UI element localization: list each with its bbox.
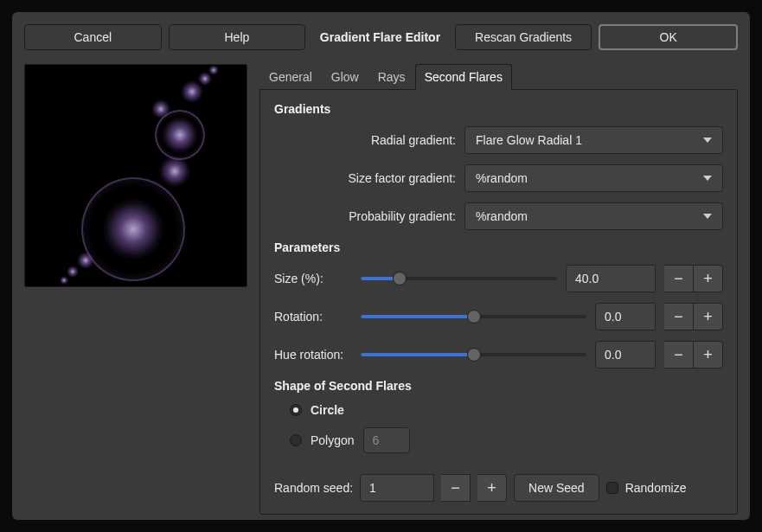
tabs: General Glow Rays Second Flares bbox=[259, 64, 738, 90]
tab-glow[interactable]: Glow bbox=[322, 64, 368, 90]
preview-canvas bbox=[24, 64, 247, 287]
slider-thumb[interactable] bbox=[393, 272, 407, 285]
chevron-down-icon bbox=[703, 214, 712, 219]
radial-gradient-dropdown[interactable]: Flare Glow Radial 1 bbox=[464, 126, 723, 154]
size-gradient-dropdown[interactable]: %random bbox=[464, 164, 723, 192]
tab-rays[interactable]: Rays bbox=[368, 64, 415, 90]
hue-label: Hue rotation: bbox=[274, 348, 352, 362]
slider-thumb[interactable] bbox=[467, 310, 481, 324]
size-row: Size (%): 40.0 − + bbox=[274, 265, 723, 292]
size-gradient-value: %random bbox=[476, 171, 528, 185]
increment-button[interactable]: + bbox=[694, 265, 723, 292]
hue-value-input[interactable]: 0.0 bbox=[595, 341, 656, 369]
page-title: Gradient Flare Editor bbox=[312, 24, 448, 50]
hue-slider[interactable] bbox=[361, 347, 586, 362]
rotation-spin: − + bbox=[664, 303, 723, 330]
tab-general[interactable]: General bbox=[259, 64, 322, 90]
tab-body: Gradients Radial gradient: Flare Glow Ra… bbox=[259, 89, 738, 515]
prob-gradient-label: Probability gradient: bbox=[274, 209, 456, 223]
decrement-button[interactable]: − bbox=[664, 303, 694, 330]
decrement-button[interactable]: − bbox=[664, 265, 694, 292]
radio-icon[interactable] bbox=[290, 404, 302, 416]
prob-gradient-row: Probability gradient: %random bbox=[274, 202, 723, 230]
randomize-checkbox[interactable] bbox=[606, 482, 618, 494]
decrement-button[interactable]: − bbox=[664, 341, 694, 369]
gradients-heading: Gradients bbox=[274, 102, 723, 116]
rotation-row: Rotation: 0.0 − + bbox=[274, 303, 723, 330]
shape-heading: Shape of Second Flares bbox=[274, 379, 723, 393]
hue-spin: − + bbox=[664, 341, 723, 369]
rotation-label: Rotation: bbox=[274, 310, 352, 324]
dialog-body: General Glow Rays Second Flares Gradient… bbox=[24, 64, 738, 508]
new-seed-button[interactable]: New Seed bbox=[514, 474, 599, 502]
help-button[interactable]: Help bbox=[169, 24, 306, 50]
hue-row: Hue rotation: 0.0 − + bbox=[274, 341, 723, 369]
ok-label: OK bbox=[660, 30, 677, 44]
radial-gradient-row: Radial gradient: Flare Glow Radial 1 bbox=[274, 126, 723, 154]
seed-input[interactable]: 1 bbox=[360, 474, 434, 502]
size-value-input[interactable]: 40.0 bbox=[566, 265, 656, 292]
cancel-label: Cancel bbox=[74, 30, 112, 44]
parameters-heading: Parameters bbox=[274, 240, 723, 254]
header-button-row: Cancel Help Gradient Flare Editor Rescan… bbox=[24, 24, 738, 50]
increment-button[interactable]: + bbox=[694, 303, 723, 330]
increment-button[interactable]: + bbox=[694, 341, 723, 369]
chevron-down-icon bbox=[703, 138, 712, 143]
dialog: Cancel Help Gradient Flare Editor Rescan… bbox=[12, 12, 750, 520]
randomize-label: Randomize bbox=[625, 481, 687, 495]
decrement-button[interactable]: − bbox=[441, 474, 471, 502]
shape-circle-label: Circle bbox=[311, 403, 344, 417]
radial-gradient-value: Flare Glow Radial 1 bbox=[476, 133, 582, 147]
size-gradient-row: Size factor gradient: %random bbox=[274, 164, 723, 192]
seed-label: Random seed: bbox=[274, 481, 353, 495]
seed-row: Random seed: 1 − + New Seed Randomize bbox=[274, 474, 723, 502]
rescan-gradients-button[interactable]: Rescan Gradients bbox=[455, 24, 592, 50]
shape-polygon-label: Polygon bbox=[311, 433, 355, 447]
prob-gradient-value: %random bbox=[476, 209, 528, 223]
slider-thumb[interactable] bbox=[467, 348, 481, 362]
help-label: Help bbox=[224, 30, 249, 44]
tab-second-flares[interactable]: Second Flares bbox=[415, 64, 512, 90]
right-pane: General Glow Rays Second Flares Gradient… bbox=[259, 64, 738, 508]
size-label: Size (%): bbox=[274, 272, 352, 285]
prob-gradient-dropdown[interactable]: %random bbox=[464, 202, 723, 230]
increment-button[interactable]: + bbox=[477, 474, 507, 502]
shape-polygon-row[interactable]: Polygon 6 bbox=[274, 427, 723, 453]
polygon-sides-input[interactable]: 6 bbox=[363, 427, 410, 453]
rotation-value-input[interactable]: 0.0 bbox=[595, 303, 656, 330]
chevron-down-icon bbox=[703, 176, 712, 181]
shape-circle-row[interactable]: Circle bbox=[274, 403, 723, 417]
cancel-button[interactable]: Cancel bbox=[24, 24, 162, 50]
size-slider[interactable] bbox=[361, 271, 557, 286]
size-gradient-label: Size factor gradient: bbox=[274, 171, 456, 185]
radial-gradient-label: Radial gradient: bbox=[274, 133, 456, 147]
rotation-slider[interactable] bbox=[361, 309, 586, 324]
radio-icon[interactable] bbox=[290, 434, 302, 446]
rescan-label: Rescan Gradients bbox=[475, 30, 572, 44]
ok-button[interactable]: OK bbox=[599, 24, 738, 50]
size-spin: − + bbox=[664, 265, 723, 292]
